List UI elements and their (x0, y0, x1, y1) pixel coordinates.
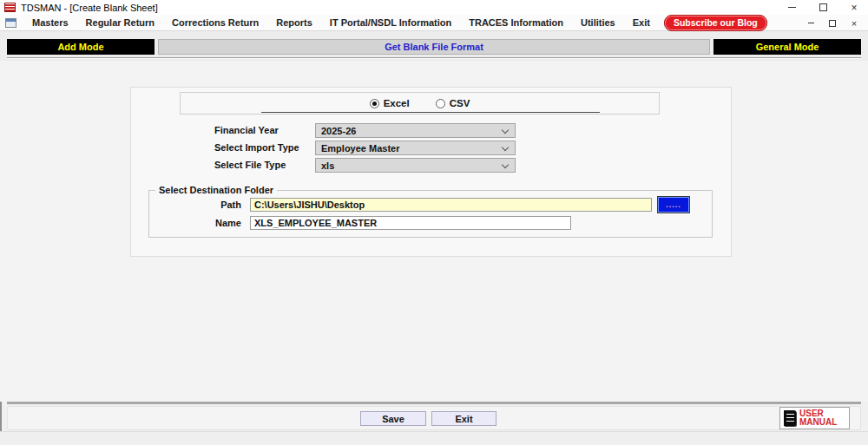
mdi-window-controls: × (806, 15, 859, 31)
path-label: Path (201, 200, 241, 210)
page-title: Get Blank File Format (158, 39, 710, 55)
minimize-button[interactable] (786, 3, 797, 13)
menu-regular-return[interactable]: Regular Return (77, 15, 163, 31)
app-icon (4, 3, 16, 12)
menu-corrections-return[interactable]: Corrections Return (163, 15, 267, 31)
radio-excel-circle[interactable] (370, 99, 379, 108)
user-manual-button[interactable]: USER MANUAL (779, 407, 850, 429)
radio-underline (261, 112, 600, 113)
chevron-down-icon (502, 144, 509, 151)
mdi-minimize-icon (808, 23, 814, 23)
add-mode-button[interactable]: Add Mode (7, 39, 155, 55)
file-name-label: Name (201, 218, 241, 228)
menu-exit[interactable]: Exit (624, 15, 659, 31)
mdi-window-icon (5, 18, 16, 28)
restore-icon (819, 3, 827, 11)
user-manual-label: USER MANUAL (799, 409, 837, 427)
mode-bar-divider (7, 57, 861, 59)
file-type-select[interactable]: xls (315, 158, 516, 173)
mdi-close-button[interactable]: × (849, 18, 859, 29)
window-controls: × (786, 0, 859, 15)
menu-reports[interactable]: Reports (267, 15, 321, 31)
app-window: TDSMAN - [Create Blank Sheet] × Masters … (0, 0, 868, 445)
menu-bar: Masters Regular Return Corrections Retur… (0, 15, 868, 31)
destination-group-label: Select Destination Folder (155, 185, 277, 195)
radio-csv-circle[interactable] (436, 99, 445, 108)
restore-button[interactable] (818, 3, 828, 13)
chevron-down-icon (502, 127, 509, 134)
menu-utilities[interactable]: Utilities (572, 15, 624, 31)
file-type-label: Select File Type (214, 160, 286, 170)
import-type-value: Employee Master (321, 143, 399, 154)
user-manual-line2: MANUAL (799, 418, 837, 427)
form-panel: Excel CSV Financial Year 2025-26 Select … (130, 87, 732, 257)
file-type-row: Select File Type xls (131, 158, 731, 173)
subscribe-blog-button[interactable]: Subscribe our Blog (664, 15, 767, 31)
format-selector: Excel CSV (180, 92, 660, 115)
file-name-input[interactable] (250, 216, 571, 230)
chevron-down-icon (502, 161, 509, 168)
radio-excel[interactable]: Excel (370, 98, 410, 108)
financial-year-label: Financial Year (214, 125, 279, 135)
mdi-restore-icon (829, 20, 836, 27)
menu-masters[interactable]: Masters (23, 15, 77, 31)
mode-bar: Add Mode Get Blank File Format General M… (0, 31, 868, 61)
financial-year-select[interactable]: 2025-26 (315, 123, 516, 138)
general-mode-button[interactable]: General Mode (713, 39, 861, 55)
radio-csv[interactable]: CSV (436, 98, 470, 108)
content-area: Excel CSV Financial Year 2025-26 Select … (0, 61, 868, 402)
import-type-label: Select Import Type (214, 142, 299, 153)
status-strip (0, 431, 868, 445)
book-icon (784, 410, 796, 426)
radio-excel-label: Excel (384, 98, 410, 108)
close-button[interactable]: × (849, 3, 859, 13)
minimize-icon (788, 7, 796, 8)
mdi-restore-button[interactable] (827, 18, 838, 29)
save-button[interactable]: Save (360, 411, 426, 426)
window-title: TDSMAN - [Create Blank Sheet] (21, 3, 158, 13)
path-input[interactable] (250, 198, 652, 212)
mdi-minimize-button[interactable] (806, 18, 816, 29)
import-type-row: Select Import Type Employee Master (131, 141, 731, 155)
financial-year-row: Financial Year 2025-26 (131, 123, 731, 138)
menu-it-portal-nsdl[interactable]: IT Portal/NSDL Information (321, 15, 460, 31)
destination-folder-group: Select Destination Folder Path ..... Nam… (148, 190, 713, 238)
browse-button[interactable]: ..... (658, 197, 689, 213)
footer: Save Exit USER MANUAL (0, 405, 868, 431)
financial-year-value: 2025-26 (321, 126, 356, 136)
exit-button[interactable]: Exit (431, 411, 496, 426)
radio-csv-label: CSV (450, 98, 470, 108)
file-type-value: xls (321, 160, 334, 171)
import-type-select[interactable]: Employee Master (315, 141, 516, 155)
footer-divider (7, 402, 861, 404)
menu-traces-information[interactable]: TRACES Information (460, 15, 572, 31)
title-bar: TDSMAN - [Create Blank Sheet] × (0, 0, 868, 15)
